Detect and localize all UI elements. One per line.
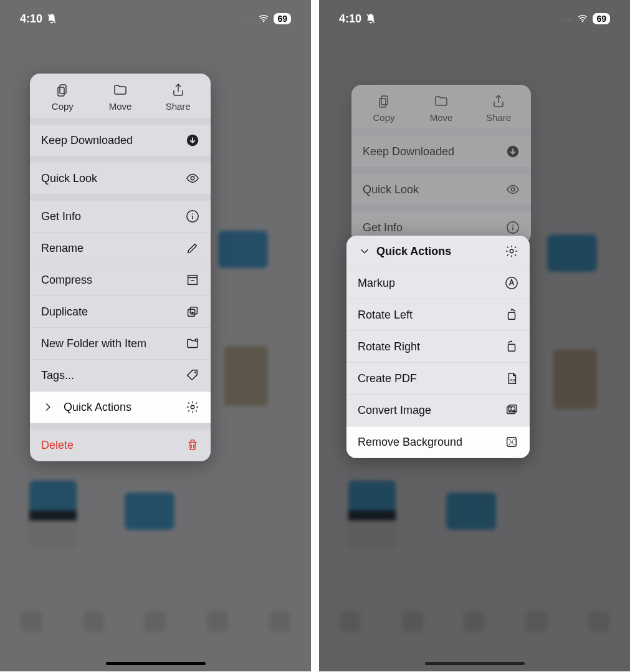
menu-keep-downloaded[interactable]: Keep Downloaded <box>30 125 211 156</box>
svg-point-33 <box>510 407 512 409</box>
markup-icon <box>505 276 518 290</box>
pdf-icon: PDF <box>505 372 518 385</box>
photo-stack-icon <box>505 403 518 417</box>
duplicate-icon <box>186 305 199 319</box>
svg-rect-19 <box>381 96 388 105</box>
menu-duplicate[interactable]: Duplicate <box>30 296 211 328</box>
wifi-icon <box>257 14 270 24</box>
menu-keep-downloaded[interactable]: Keep Downloaded <box>351 136 531 168</box>
submenu-create-pdf[interactable]: Create PDF PDF <box>346 363 530 395</box>
battery-badge: 69 <box>274 13 291 24</box>
move-button[interactable]: Move <box>413 94 470 123</box>
screenshot-right: 4:10 .... 69 Copy Move Share K <box>319 0 630 671</box>
silent-bell-icon <box>365 13 376 24</box>
svg-point-15 <box>194 372 196 373</box>
move-button[interactable]: Move <box>92 82 150 112</box>
rotate-left-icon <box>505 308 518 322</box>
tag-icon <box>186 368 199 382</box>
menu-quick-look[interactable]: Quick Look <box>30 163 211 194</box>
svg-point-18 <box>582 21 583 22</box>
battery-badge: 69 <box>593 13 610 24</box>
context-menu: Copy Move Share Keep Downloaded Quick Lo… <box>30 74 211 461</box>
submenu-rotate-left[interactable]: Rotate Left <box>346 299 530 331</box>
copy-button[interactable]: Copy <box>355 94 413 123</box>
menu-quick-actions[interactable]: Quick Actions <box>30 391 211 423</box>
svg-point-5 <box>191 176 194 180</box>
gear-icon <box>186 400 199 414</box>
screenshot-left: 4:10 .... 69 Copy Move Share Ke <box>0 0 311 671</box>
svg-rect-20 <box>379 98 386 107</box>
context-menu-dimmed: Copy Move Share Keep Downloaded Quick Lo… <box>351 85 531 244</box>
copy-icon <box>55 82 70 97</box>
share-button[interactable]: Share <box>149 82 207 112</box>
share-icon <box>171 82 186 97</box>
menu-get-info[interactable]: Get Info <box>30 201 211 233</box>
folder-icon <box>113 82 128 97</box>
submenu-remove-background[interactable]: Remove Background <box>346 426 530 458</box>
status-time: 4:10 <box>20 12 42 26</box>
download-circle-icon <box>506 145 520 158</box>
home-indicator[interactable] <box>106 662 206 665</box>
svg-point-26 <box>510 249 513 253</box>
submenu-header[interactable]: Quick Actions <box>346 236 530 267</box>
download-circle-icon <box>186 133 199 147</box>
silent-bell-icon <box>46 13 57 24</box>
more-dots-icon: .... <box>563 16 573 22</box>
eye-icon <box>186 171 199 185</box>
archive-icon <box>186 273 199 287</box>
pencil-icon <box>186 241 199 255</box>
remove-background-icon <box>505 435 518 449</box>
svg-rect-13 <box>188 309 195 316</box>
svg-rect-10 <box>188 277 198 284</box>
svg-rect-2 <box>60 85 66 94</box>
menu-compress[interactable]: Compress <box>30 264 211 296</box>
share-icon <box>491 94 506 108</box>
svg-rect-3 <box>58 87 64 96</box>
share-button[interactable]: Share <box>470 94 527 123</box>
home-indicator[interactable] <box>425 662 525 665</box>
info-icon <box>186 209 199 223</box>
svg-text:PDF: PDF <box>510 379 515 382</box>
svg-rect-28 <box>508 312 515 319</box>
trash-icon <box>186 438 199 452</box>
svg-point-16 <box>191 405 194 409</box>
menu-tags[interactable]: Tags... <box>30 360 211 391</box>
status-bar: 4:10 .... 69 <box>0 0 311 37</box>
submenu-convert-image[interactable]: Convert Image <box>346 395 530 426</box>
menu-delete[interactable]: Delete <box>30 430 211 461</box>
more-dots-icon: .... <box>244 16 254 22</box>
svg-point-25 <box>512 224 513 226</box>
menu-rename[interactable]: Rename <box>30 233 211 264</box>
status-bar: 4:10 .... 69 <box>319 0 630 37</box>
eye-icon <box>506 183 520 196</box>
svg-rect-12 <box>190 307 197 314</box>
rotate-right-icon <box>505 340 518 353</box>
svg-rect-34 <box>507 438 517 447</box>
svg-point-8 <box>192 213 193 214</box>
svg-rect-29 <box>508 344 515 351</box>
menu-quick-look[interactable]: Quick Look <box>351 174 531 206</box>
folder-icon <box>434 94 449 108</box>
chevron-down-icon <box>358 244 371 258</box>
screenshot-separator <box>315 0 315 672</box>
context-menu-top-row: Copy Move Share <box>30 74 211 118</box>
submenu-rotate-right[interactable]: Rotate Right <box>346 331 530 363</box>
new-folder-icon <box>186 337 199 350</box>
copy-button[interactable]: Copy <box>34 82 92 112</box>
submenu-markup[interactable]: Markup <box>346 267 530 299</box>
chevron-right-icon <box>41 400 55 414</box>
status-time: 4:10 <box>339 12 361 26</box>
svg-point-1 <box>263 21 264 22</box>
menu-new-folder-with-item[interactable]: New Folder with Item <box>30 328 211 360</box>
svg-point-22 <box>511 188 515 191</box>
gear-icon <box>505 244 518 258</box>
quick-actions-submenu: Quick Actions Markup Rotate Left Rotate … <box>346 236 530 458</box>
wifi-icon <box>576 14 589 24</box>
info-icon <box>506 221 520 234</box>
copy-icon <box>376 94 391 108</box>
